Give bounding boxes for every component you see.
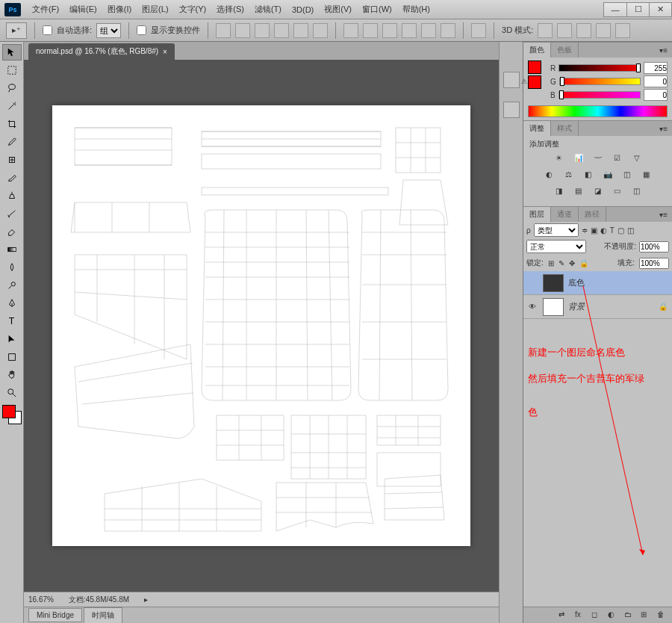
- filter-pixel-icon[interactable]: ▣: [591, 226, 597, 235]
- 3d-button[interactable]: [576, 23, 591, 38]
- auto-align-button[interactable]: [471, 23, 486, 38]
- swatches-tab[interactable]: 色板: [551, 43, 579, 58]
- filter-smart-icon[interactable]: ◫: [627, 226, 634, 235]
- posterize-icon[interactable]: ▤: [572, 187, 585, 199]
- adjustments-tab[interactable]: 调整: [523, 121, 551, 136]
- timeline-tab[interactable]: 时间轴: [84, 607, 122, 624]
- 3d-button[interactable]: [557, 23, 572, 38]
- distribute-button[interactable]: [441, 23, 455, 38]
- color-tab[interactable]: 颜色: [523, 43, 551, 58]
- lock-transparent-icon[interactable]: ⊞: [548, 259, 554, 267]
- invert-icon[interactable]: ◨: [553, 187, 566, 199]
- blend-mode-select[interactable]: 正常: [526, 240, 586, 253]
- filter-type-select[interactable]: 类型: [534, 223, 579, 237]
- channelmixer-icon[interactable]: ◫: [620, 170, 634, 182]
- lock-position-icon[interactable]: ✥: [569, 259, 575, 267]
- levels-icon[interactable]: 📊: [572, 154, 585, 166]
- crop-tool[interactable]: [2, 116, 22, 132]
- marquee-tool[interactable]: [2, 62, 22, 78]
- align-button[interactable]: [235, 23, 250, 38]
- menu-type[interactable]: 文字(Y): [174, 4, 212, 15]
- distribute-button[interactable]: [363, 23, 378, 38]
- menu-window[interactable]: 窗口(W): [357, 4, 397, 15]
- menu-edit[interactable]: 编辑(E): [64, 4, 102, 15]
- move-tool[interactable]: [2, 44, 22, 61]
- visibility-toggle[interactable]: [526, 277, 538, 289]
- menu-view[interactable]: 视图(V): [319, 4, 357, 15]
- eyedropper-tool[interactable]: [2, 134, 22, 150]
- tool-preset-picker[interactable]: ▸⁺: [6, 22, 27, 39]
- visibility-toggle[interactable]: 👁: [526, 301, 538, 313]
- layer-thumbnail[interactable]: [543, 298, 564, 316]
- styles-tab[interactable]: 样式: [551, 121, 579, 136]
- clone-stamp-tool[interactable]: [2, 187, 22, 204]
- pen-tool[interactable]: [2, 295, 22, 312]
- auto-select-checkbox[interactable]: [43, 25, 52, 35]
- healing-brush-tool[interactable]: [2, 152, 22, 168]
- vibrance-icon[interactable]: ▽: [630, 154, 644, 166]
- document-info[interactable]: 文档:45.8M/45.8M: [69, 595, 129, 605]
- adjustment-layer-icon[interactable]: ◐: [608, 610, 618, 621]
- layer-name[interactable]: 背景: [568, 301, 654, 312]
- bg-swatch[interactable]: ⚠: [528, 75, 541, 89]
- curves-icon[interactable]: 〰: [591, 154, 605, 166]
- properties-panel-icon[interactable]: [503, 102, 520, 118]
- menu-image[interactable]: 图像(I): [102, 4, 137, 15]
- gradient-tool[interactable]: [2, 241, 22, 258]
- layer-row[interactable]: 底色: [523, 271, 672, 295]
- colorbalance-icon[interactable]: ⚖: [562, 170, 576, 182]
- lock-image-icon[interactable]: ✎: [559, 259, 564, 267]
- panel-menu-icon[interactable]: ▾≡: [659, 125, 672, 133]
- hue-icon[interactable]: ◐: [543, 170, 556, 182]
- magic-wand-tool[interactable]: [2, 98, 22, 114]
- history-panel-icon[interactable]: [503, 72, 520, 88]
- close-button[interactable]: ✕: [649, 3, 671, 16]
- menu-filter[interactable]: 滤镜(T): [249, 4, 287, 15]
- g-input[interactable]: [644, 75, 668, 87]
- fg-swatch[interactable]: [528, 61, 541, 74]
- paths-tab[interactable]: 路径: [579, 207, 606, 222]
- menu-help[interactable]: 帮助(H): [397, 4, 435, 15]
- photofilter-icon[interactable]: 📷: [601, 170, 615, 182]
- menu-file[interactable]: 文件(F): [27, 4, 64, 15]
- lasso-tool[interactable]: [2, 80, 22, 96]
- group-icon[interactable]: 🗀: [624, 610, 635, 621]
- bw-icon[interactable]: ◧: [582, 170, 595, 182]
- history-brush-tool[interactable]: [2, 205, 22, 222]
- canvas[interactable]: [52, 105, 470, 546]
- b-slider[interactable]: [559, 91, 641, 99]
- brightness-icon[interactable]: ☀: [553, 154, 566, 166]
- g-slider[interactable]: [559, 78, 641, 85]
- exposure-icon[interactable]: ☑: [611, 154, 624, 166]
- dodge-tool[interactable]: [2, 277, 22, 294]
- align-button[interactable]: [216, 23, 231, 38]
- 3d-button[interactable]: [596, 23, 611, 38]
- panel-menu-icon[interactable]: ▾≡: [659, 211, 672, 219]
- opacity-input[interactable]: [639, 241, 669, 252]
- type-tool[interactable]: T: [2, 313, 22, 329]
- menu-layer[interactable]: 图层(L): [137, 4, 173, 15]
- minimize-button[interactable]: —: [604, 3, 626, 16]
- distribute-button[interactable]: [402, 23, 417, 38]
- b-input[interactable]: [644, 89, 668, 101]
- new-layer-icon[interactable]: ⊞: [641, 610, 651, 621]
- distribute-button[interactable]: [382, 23, 397, 38]
- selectivecolor-icon[interactable]: ◫: [630, 187, 644, 199]
- show-transform-checkbox[interactable]: [137, 25, 146, 35]
- gradientmap-icon[interactable]: ▭: [611, 187, 624, 199]
- panel-menu-icon[interactable]: ▾≡: [659, 46, 672, 55]
- delete-layer-icon[interactable]: 🗑: [657, 610, 668, 621]
- hand-tool[interactable]: [2, 367, 22, 383]
- layer-thumbnail[interactable]: [543, 274, 564, 292]
- path-selection-tool[interactable]: [2, 331, 22, 347]
- layer-name[interactable]: 底色: [568, 277, 669, 288]
- filter-type-icon[interactable]: T: [610, 226, 615, 235]
- blur-tool[interactable]: [2, 259, 22, 276]
- eraser-tool[interactable]: [2, 223, 22, 240]
- filter-adjustment-icon[interactable]: ◐: [600, 226, 607, 235]
- r-slider[interactable]: [559, 64, 641, 72]
- zoom-level[interactable]: 16.67%: [28, 595, 54, 604]
- 3d-button[interactable]: [615, 23, 630, 38]
- threshold-icon[interactable]: ◪: [591, 187, 605, 199]
- align-button[interactable]: [255, 23, 270, 38]
